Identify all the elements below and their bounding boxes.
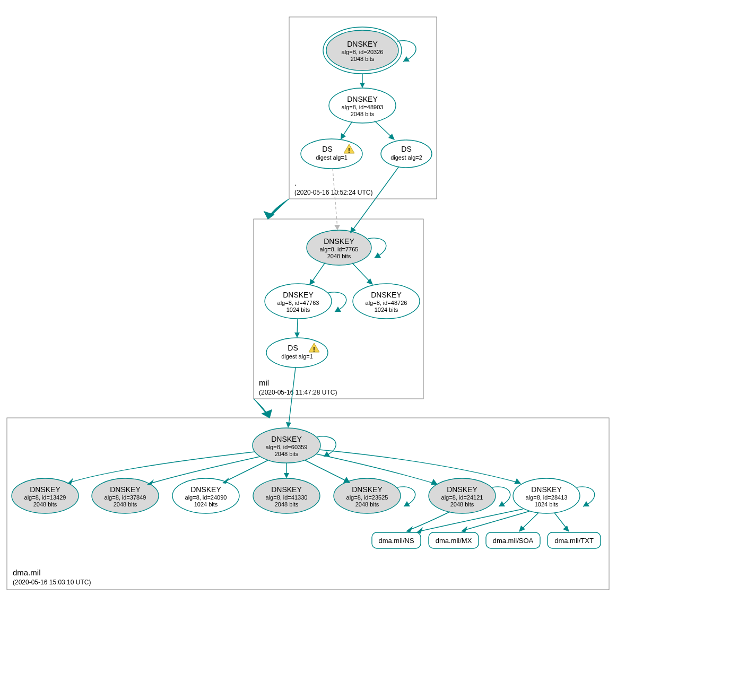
edge-root-zsk-ds2 xyxy=(375,121,393,138)
svg-text:DNSKEY: DNSKEY xyxy=(324,237,354,246)
svg-text:digest alg=1: digest alg=1 xyxy=(316,154,348,161)
edge-k7-soa xyxy=(521,513,538,530)
edge-dma-ksk-k7 xyxy=(319,450,518,483)
svg-text:DNSKEY: DNSKEY xyxy=(283,291,314,299)
node-dma-k7: DNSKEY alg=8, id=28413 1024 bits xyxy=(513,478,580,513)
svg-marker-19 xyxy=(341,133,346,139)
svg-text:DNSKEY: DNSKEY xyxy=(371,291,402,299)
dnssec-auth-graph: . (2020-05-16 10:52:24 UTC) mil (2020-05… xyxy=(0,0,747,700)
svg-point-11 xyxy=(301,139,362,169)
svg-text:DNSKEY: DNSKEY xyxy=(347,95,378,103)
svg-text:DNSKEY: DNSKEY xyxy=(271,485,302,494)
node-mil-ksk: DNSKEY alg=8, id=7765 2048 bits xyxy=(307,230,371,265)
svg-text:alg=8, id=23525: alg=8, id=23525 xyxy=(346,494,388,501)
edge-dma-ksk-k1 xyxy=(70,452,255,483)
edge-dma-ksk-k3 xyxy=(225,460,268,482)
svg-marker-84 xyxy=(67,478,73,484)
svg-text:1024 bits: 1024 bits xyxy=(286,307,310,313)
svg-marker-46 xyxy=(262,410,272,418)
svg-text:alg=8, id=28413: alg=8, id=28413 xyxy=(526,494,568,501)
svg-marker-38 xyxy=(309,279,315,285)
svg-text:DS: DS xyxy=(401,145,411,153)
svg-marker-95 xyxy=(416,527,423,533)
node-mil-zsk1: DNSKEY alg=8, id=47763 1024 bits xyxy=(265,284,332,319)
zone-dma-timestamp: (2020-05-16 15:03:10 UTC) xyxy=(13,579,91,586)
svg-text:dma.mil/MX: dma.mil/MX xyxy=(436,537,472,545)
edge-mil-ksk-zsk1 xyxy=(311,262,325,283)
svg-text:2048 bits: 2048 bits xyxy=(275,451,299,457)
svg-marker-45 xyxy=(294,332,300,338)
svg-text:DS: DS xyxy=(322,145,332,153)
svg-text:alg=8, id=24090: alg=8, id=24090 xyxy=(185,494,227,501)
node-root-ksk: DNSKEY alg=8, id=20326 2048 bits xyxy=(323,27,402,74)
node-root-zsk: DNSKEY alg=8, id=48903 2048 bits xyxy=(329,88,396,123)
svg-marker-89 xyxy=(431,479,438,485)
svg-text:alg=8, id=41330: alg=8, id=41330 xyxy=(266,494,308,501)
edge-dma-ksk-k5 xyxy=(305,460,348,482)
node-dma-k3: DNSKEY alg=8, id=24090 1024 bits xyxy=(172,478,239,513)
svg-text:1024 bits: 1024 bits xyxy=(194,501,218,508)
edge-mil-ds1-dma-ksk xyxy=(289,368,296,425)
node-mil-ds1: DS digest alg=1 ! xyxy=(266,338,328,368)
zone-mil-timestamp: (2020-05-16 11:47:28 UTC) xyxy=(259,389,337,396)
svg-text:DNSKEY: DNSKEY xyxy=(531,485,562,494)
svg-text:alg=8, id=48903: alg=8, id=48903 xyxy=(342,104,384,110)
svg-text:DNSKEY: DNSKEY xyxy=(352,485,383,494)
node-root-ds1: DS digest alg=1 ! xyxy=(301,139,362,169)
svg-text:2048 bits: 2048 bits xyxy=(327,253,351,259)
zone-mil-label: mil xyxy=(259,378,269,387)
node-dma-k4: DNSKEY alg=8, id=41330 2048 bits xyxy=(253,478,320,513)
svg-marker-90 xyxy=(514,478,521,484)
edge-k7-mx xyxy=(464,511,529,530)
svg-text:alg=8, id=47763: alg=8, id=47763 xyxy=(277,300,319,306)
svg-text:DNSKEY: DNSKEY xyxy=(347,40,378,48)
zone-dma-label: dma.mil xyxy=(13,568,41,577)
svg-point-40 xyxy=(266,338,328,368)
edge-root-zsk-ds1 xyxy=(342,121,352,137)
svg-marker-85 xyxy=(147,479,154,485)
node-dma-ksk: DNSKEY alg=8, id=60359 2048 bits xyxy=(253,428,320,463)
node-mil-zsk2: DNSKEY alg=8, id=48726 1024 bits xyxy=(353,284,420,319)
edge-k6-ns xyxy=(409,512,450,530)
node-dma-k5: DNSKEY alg=8, id=23525 2048 bits xyxy=(334,478,401,513)
svg-text:2048 bits: 2048 bits xyxy=(355,501,379,508)
svg-text:DNSKEY: DNSKEY xyxy=(447,485,477,494)
svg-text:alg=8, id=20326: alg=8, id=20326 xyxy=(342,49,384,55)
svg-text:2048 bits: 2048 bits xyxy=(275,501,299,508)
svg-marker-87 xyxy=(284,473,289,478)
zone-root-timestamp: (2020-05-16 10:52:24 UTC) xyxy=(294,189,372,196)
edge-mil-ksk-zsk2 xyxy=(352,263,371,283)
svg-text:1024 bits: 1024 bits xyxy=(535,501,559,508)
node-dma-k6: DNSKEY alg=8, id=24121 2048 bits xyxy=(429,478,496,513)
zone-root-label: . xyxy=(294,178,297,187)
svg-text:dma.mil/SOA: dma.mil/SOA xyxy=(493,537,534,545)
svg-text:DNSKEY: DNSKEY xyxy=(110,485,141,494)
svg-marker-27 xyxy=(334,225,340,230)
svg-text:alg=8, id=60359: alg=8, id=60359 xyxy=(266,444,308,450)
svg-text:DS: DS xyxy=(288,344,298,352)
svg-marker-52 xyxy=(286,422,291,428)
svg-text:alg=8, id=7765: alg=8, id=7765 xyxy=(320,246,359,252)
svg-text:!: ! xyxy=(313,345,315,353)
svg-marker-10 xyxy=(360,83,365,88)
svg-text:DNSKEY: DNSKEY xyxy=(190,485,221,494)
svg-text:digest alg=1: digest alg=1 xyxy=(281,353,313,360)
svg-text:2048 bits: 2048 bits xyxy=(351,56,375,62)
svg-text:2048 bits: 2048 bits xyxy=(114,501,137,508)
svg-text:2048 bits: 2048 bits xyxy=(33,501,57,508)
svg-text:alg=8, id=13429: alg=8, id=13429 xyxy=(24,494,66,501)
svg-point-16 xyxy=(381,140,432,168)
svg-text:DNSKEY: DNSKEY xyxy=(271,435,302,443)
svg-text:digest alg=2: digest alg=2 xyxy=(390,154,422,161)
svg-text:DNSKEY: DNSKEY xyxy=(30,485,60,494)
svg-text:2048 bits: 2048 bits xyxy=(450,501,474,508)
svg-text:alg=8, id=37849: alg=8, id=37849 xyxy=(105,494,146,501)
svg-text:dma.mil/TXT: dma.mil/TXT xyxy=(554,537,594,545)
svg-text:1024 bits: 1024 bits xyxy=(375,307,398,313)
svg-text:!: ! xyxy=(348,146,350,154)
svg-text:alg=8, id=24121: alg=8, id=24121 xyxy=(441,494,483,501)
svg-text:2048 bits: 2048 bits xyxy=(351,111,375,117)
svg-marker-98 xyxy=(563,526,569,532)
svg-text:dma.mil/NS: dma.mil/NS xyxy=(378,537,414,545)
svg-text:alg=8, id=48726: alg=8, id=48726 xyxy=(366,300,407,306)
